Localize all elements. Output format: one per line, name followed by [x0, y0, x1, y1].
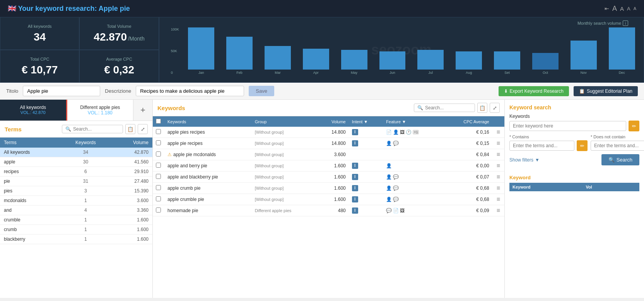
show-filters-button[interactable]: Show filters ▼ [509, 157, 540, 163]
table-row[interactable]: mcdonalds 1 3.600 [0, 196, 152, 206]
tab-all-keywords[interactable]: All keywords VOL.: 42.870 [0, 100, 66, 121]
info-icon[interactable]: i [623, 20, 628, 26]
save-button[interactable]: Save [249, 86, 274, 96]
suggest-button[interactable]: 📋 Suggest Editorial Plan [574, 86, 638, 96]
table-row[interactable]: blackberry 1 1.600 [0, 235, 152, 244]
table-row[interactable]: All keywords 34 42.870 [0, 148, 152, 157]
chat-icon: 💬 [393, 197, 399, 202]
font-size-small[interactable]: A [627, 6, 630, 12]
table-row[interactable]: ⚠apple pie mcdonalds [Without group] 3.6… [153, 149, 504, 160]
volume-cell: 27.480 [111, 177, 152, 186]
row-menu-button[interactable]: ≡ [495, 185, 501, 192]
flag-icon: 🇬🇧 [8, 5, 16, 12]
terms-search-input[interactable] [73, 126, 120, 132]
desc-input[interactable] [136, 86, 244, 96]
keywords-copy-button[interactable]: 📋 [477, 103, 487, 113]
row-menu-button[interactable]: ≡ [495, 196, 501, 203]
keywords-search-input[interactable] [425, 105, 471, 111]
font-size-xsmall[interactable]: A [634, 6, 636, 11]
table-row[interactable]: crumble 1 1.600 [0, 215, 152, 225]
row-menu-button[interactable]: ≡ [495, 173, 501, 180]
term-cell: apple [0, 157, 60, 167]
contains-input[interactable] [509, 141, 574, 151]
row-checkbox[interactable] [156, 151, 161, 156]
tab-different-apple-pies[interactable]: Different apple pies VOL.: 1.180 [66, 100, 133, 121]
person-icon: 👤 [386, 141, 392, 146]
row-checkbox[interactable] [156, 140, 161, 145]
kw-search-icon: 🔍 [417, 105, 423, 111]
feature-cell: 👤💬 [383, 138, 443, 149]
keyword-input-row: ✏ [509, 121, 639, 131]
keywords-table: Keywords Group Volume Intent ▼ Feature ▼… [153, 116, 504, 298]
table-row[interactable]: homemade pie Different apple pies 480 I … [153, 205, 504, 216]
row-checkbox[interactable] [156, 174, 161, 179]
keyword-input[interactable] [509, 121, 626, 131]
term-cell: mcdonalds [0, 196, 60, 206]
add-group-button[interactable]: + [133, 100, 152, 121]
contains-edit-button[interactable]: ✏ [577, 140, 588, 151]
volume-cell: 1.600 [318, 194, 349, 205]
cpc-cell: € 0,84 [443, 149, 492, 160]
table-row[interactable]: apple and berry pie [Without group] 1.60… [153, 160, 504, 172]
table-row[interactable]: recipes 6 29.910 [0, 167, 152, 177]
table-row[interactable]: apple pie recipes [Without group] 14.800… [153, 138, 504, 149]
table-row[interactable]: apple and blackberry pie [Without group]… [153, 172, 504, 183]
select-all-checkbox[interactable] [156, 119, 161, 124]
terms-search-box: 🔍 [62, 125, 123, 133]
bar-feb [226, 37, 253, 70]
kw-col-feature[interactable]: Feature ▼ [383, 116, 443, 127]
total-cpc-value: € 10,77 [22, 64, 58, 76]
kw-col-keyword: Keywords [164, 116, 252, 127]
table-row[interactable]: and 4 3.360 [0, 206, 152, 215]
row-checkbox[interactable] [156, 207, 161, 213]
table-row[interactable]: crumb 1 1.600 [0, 225, 152, 235]
feature-cell: 💬📄🖼 [383, 205, 443, 216]
intent-cell: I [349, 127, 383, 138]
intent-badge: I [352, 185, 358, 191]
clock-icon: 🕐 [406, 129, 412, 135]
person-icon: 👤 [386, 197, 392, 202]
group-cell: [Without group] [252, 160, 318, 172]
keywords-expand-button[interactable]: ⤢ [490, 103, 500, 113]
title-input[interactable] [23, 86, 100, 96]
row-menu-button[interactable]: ≡ [495, 129, 501, 136]
total-volume-label: Total Volume [107, 24, 132, 29]
kw-results-title: Keyword [509, 175, 639, 180]
row-menu-button[interactable]: ≡ [495, 207, 501, 214]
group-cell: [Without group] [252, 172, 318, 183]
header-title: 🇬🇧 Your keyword research: Apple pie [8, 4, 130, 13]
font-size-large[interactable]: A [612, 5, 617, 13]
bar-col-jun: Jun [374, 27, 411, 75]
not-contains-input[interactable] [591, 141, 644, 151]
filters-search-row: Show filters ▼ 🔍 Search [509, 154, 639, 165]
keywords-search-area: 🔍 📋 ⤢ [414, 103, 500, 113]
row-menu-button[interactable]: ≡ [495, 151, 501, 158]
table-row[interactable]: apple crumb pie [Without group] 1.600 I … [153, 183, 504, 194]
terms-copy-button[interactable]: 📋 [125, 124, 135, 134]
kw-col-intent[interactable]: Intent ▼ [349, 116, 383, 127]
total-volume-value: 42.870 [94, 31, 127, 43]
terms-expand-button[interactable]: ⤢ [138, 124, 148, 134]
keyword-edit-button[interactable]: ✏ [629, 121, 639, 131]
feature-cell [383, 149, 443, 160]
search-button[interactable]: 🔍 Search [601, 154, 639, 165]
font-size-medium[interactable]: A [620, 5, 624, 12]
table-row[interactable]: pies 3 15.390 [0, 186, 152, 196]
row-checkbox[interactable] [156, 163, 161, 168]
table-row[interactable]: pie 31 27.480 [0, 177, 152, 186]
stats-bar: All keywords 34 Total Volume 42.870 /Mon… [0, 17, 644, 83]
row-checkbox[interactable] [156, 185, 161, 190]
table-row[interactable]: apple pies recipes [Without group] 14.80… [153, 127, 504, 138]
row-checkbox[interactable] [156, 129, 161, 134]
table-row[interactable]: apple 30 41.560 [0, 157, 152, 167]
table-row[interactable]: apple crumble pie [Without group] 1.600 … [153, 194, 504, 205]
row-menu-button[interactable]: ≡ [495, 162, 501, 169]
feature-cell: 👤💬 [383, 194, 443, 205]
row-menu-button[interactable]: ≡ [495, 140, 501, 147]
volume-cell: 480 [318, 205, 349, 216]
export-button[interactable]: ⬇ Export Keyword Research [499, 86, 569, 96]
keywords-count-cell: 30 [60, 157, 111, 167]
avg-cpc-label: Average CPC [106, 57, 132, 61]
row-checkbox[interactable] [156, 196, 161, 201]
bar-col-may: May [335, 27, 373, 75]
